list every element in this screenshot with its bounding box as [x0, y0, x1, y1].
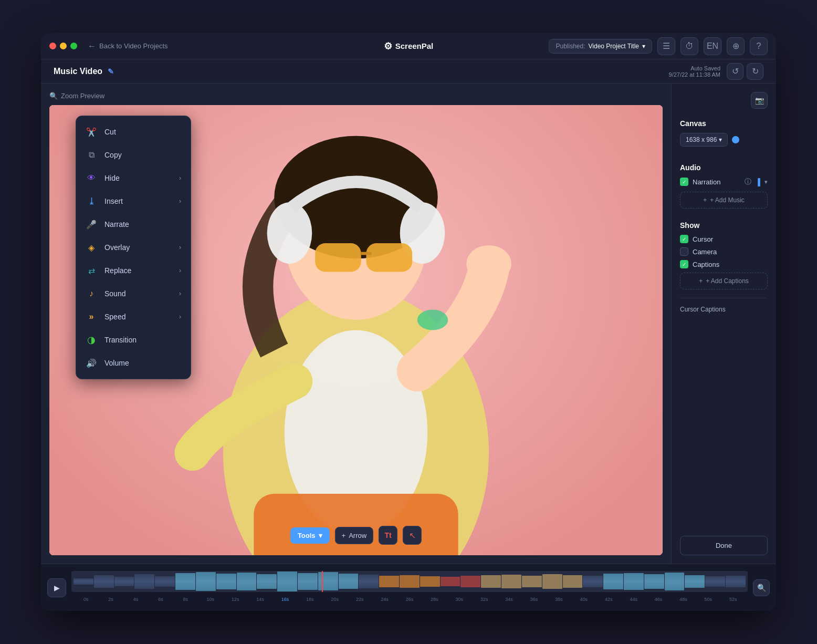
back-arrow-icon: ←: [88, 41, 96, 51]
hide-chevron-icon: ›: [179, 174, 181, 182]
screenshot-btn[interactable]: 📷: [751, 92, 768, 109]
autosave-info: Auto Saved 9/27/22 at 11:38 AM ↺ ↻: [669, 63, 763, 80]
edit-project-title-icon[interactable]: ✎: [108, 67, 114, 76]
tools-label: Tools: [298, 532, 316, 539]
speed-chevron-icon: ›: [179, 313, 181, 320]
ruler-tick: 52s: [721, 597, 746, 602]
add-captions-btn[interactable]: + + Add Captions: [680, 273, 768, 289]
ruler-tick: 34s: [497, 597, 521, 602]
ruler-tick: 2s: [98, 597, 123, 602]
canvas-color-btn[interactable]: [732, 136, 739, 143]
menu-item-sound-label: Sound: [104, 289, 125, 298]
logo-icon: ⚙: [384, 40, 392, 52]
narration-chevron-icon[interactable]: ▾: [764, 179, 768, 185]
project-title: Music Video ✎: [54, 67, 114, 76]
project-name-label: Music Video: [54, 67, 102, 76]
menu-item-cut-label: Cut: [104, 128, 116, 136]
menu-item-speed[interactable]: » Speed ›: [76, 305, 191, 328]
menu-item-overlay[interactable]: ◈ Overlay ›: [76, 236, 191, 259]
traffic-lights: [49, 43, 77, 49]
cursor-tool-btn[interactable]: ↖: [403, 526, 422, 545]
timeline-ruler: 0s 2s 4s 6s 8s 10s 12s 14s 16s 18s 20s 2…: [71, 594, 748, 605]
cursor-captions-panel: Cursor Captions: [680, 298, 768, 313]
back-label: Back to Video Projects: [99, 42, 168, 50]
layers-icon-btn[interactable]: ⊕: [727, 37, 745, 55]
ruler-tick: 38s: [547, 597, 571, 602]
menu-item-copy[interactable]: ⧉ Copy: [76, 143, 191, 167]
add-music-btn[interactable]: + + Add Music: [680, 192, 768, 209]
maximize-window-btn[interactable]: [70, 43, 77, 49]
app-window: ← Back to Video Projects ⚙ ScreenPal Pub…: [41, 33, 776, 611]
ruler-tick: 14s: [248, 597, 273, 602]
canvas-area[interactable]: ✂️ Cut ⧉ Copy 👁 Hide › ⤓ Insert: [49, 105, 663, 555]
language-btn[interactable]: EN: [704, 37, 721, 55]
menu-item-narrate[interactable]: 🎤 Narrate: [76, 213, 191, 236]
menu-item-replace-label: Replace: [104, 266, 131, 275]
playhead[interactable]: 0:16:00: [322, 571, 323, 592]
help-icon-btn[interactable]: ?: [750, 37, 768, 55]
menu-item-transition-label: Transition: [104, 336, 137, 344]
close-window-btn[interactable]: [49, 43, 56, 49]
narration-bars-icon[interactable]: ▐: [756, 178, 760, 186]
undo-btn[interactable]: ↺: [727, 63, 743, 80]
published-value: Video Project Title: [589, 43, 640, 50]
captions-label: Captions: [693, 261, 719, 268]
speed-icon: »: [86, 311, 97, 323]
undo-redo-controls: ↺ ↻: [727, 63, 763, 80]
svg-rect-4: [254, 494, 458, 555]
menu-item-volume[interactable]: 🔊 Volume: [76, 351, 191, 375]
search-timeline-btn[interactable]: 🔍: [753, 579, 770, 596]
add-captions-plus-icon: +: [699, 277, 703, 285]
menu-item-overlay-label: Overlay: [104, 243, 130, 252]
main-content: 🔍 Zoom Preview: [41, 84, 776, 564]
resolution-value: 1638 x 986: [686, 136, 717, 143]
menu-item-sound[interactable]: ♪ Sound ›: [76, 282, 191, 305]
canvas-toolbar: Tools ▾ + Arrow Tt ↖: [290, 526, 422, 545]
svg-point-12: [466, 245, 511, 282]
published-btn[interactable]: Published: Video Project Title ▾: [549, 39, 652, 54]
sound-chevron-icon: ›: [179, 290, 181, 297]
menu-item-replace[interactable]: ⇄ Replace ›: [76, 259, 191, 282]
ruler-tick: 50s: [696, 597, 720, 602]
show-section: Show ✓ Cursor Camera ✓ Captions + + Add …: [680, 221, 768, 317]
menu-item-speed-label: Speed: [104, 313, 125, 321]
ruler-tick: 16s: [273, 597, 297, 602]
done-btn[interactable]: Done: [680, 536, 768, 555]
cursor-show-item: ✓ Cursor: [680, 235, 768, 243]
redo-btn[interactable]: ↻: [747, 63, 763, 80]
narration-label: Narration: [693, 178, 740, 186]
text-tool-btn[interactable]: Tt: [379, 526, 397, 545]
menu-item-hide[interactable]: 👁 Hide ›: [76, 167, 191, 190]
text-tool-icon: Tt: [385, 531, 392, 539]
menu-item-transition[interactable]: ◑ Transition: [76, 328, 191, 351]
waveform-bar[interactable]: 0:16:00: [71, 571, 748, 592]
narrate-icon: 🎤: [86, 219, 97, 230]
overlay-chevron-icon: ›: [179, 244, 181, 251]
arrow-btn[interactable]: + Arrow: [335, 527, 374, 544]
timeline-track: 0:16:00 0s 2s 4s 6s 8s 10s 12s 14s 16s 1…: [71, 571, 748, 605]
zoom-preview-btn[interactable]: 🔍 Zoom Preview: [49, 92, 104, 100]
back-to-projects-btn[interactable]: ← Back to Video Projects: [88, 41, 168, 51]
show-section-title: Show: [680, 221, 768, 230]
captions-checkbox[interactable]: ✓: [680, 260, 688, 268]
menu-item-cut[interactable]: ✂️ Cut: [76, 120, 191, 143]
clock-icon-btn[interactable]: ⏱: [680, 37, 698, 55]
transition-icon: ◑: [86, 334, 97, 346]
menu-item-hide-label: Hide: [104, 174, 120, 182]
right-panel: 📷 Canvas 1638 x 986 ▾ Audio ✓ Narra: [671, 84, 776, 564]
replace-icon: ⇄: [86, 265, 97, 276]
cursor-checkbox[interactable]: ✓: [680, 235, 688, 243]
ruler-tick: 20s: [322, 597, 347, 602]
tools-btn[interactable]: Tools ▾: [290, 527, 330, 544]
menu-item-insert[interactable]: ⤓ Insert ›: [76, 190, 191, 213]
menu-item-volume-label: Volume: [104, 359, 129, 367]
camera-checkbox[interactable]: [680, 247, 688, 256]
minimize-window-btn[interactable]: [60, 43, 67, 49]
list-icon-btn[interactable]: ☰: [657, 37, 675, 55]
timeline-controls: ▶: [41, 564, 776, 611]
narration-checkbox[interactable]: ✓: [680, 178, 688, 186]
timeline-area: ▶: [41, 564, 776, 611]
narration-info-icon[interactable]: ⓘ: [745, 177, 751, 186]
resolution-btn[interactable]: 1638 x 986 ▾: [680, 133, 728, 147]
play-btn[interactable]: ▶: [47, 578, 66, 597]
